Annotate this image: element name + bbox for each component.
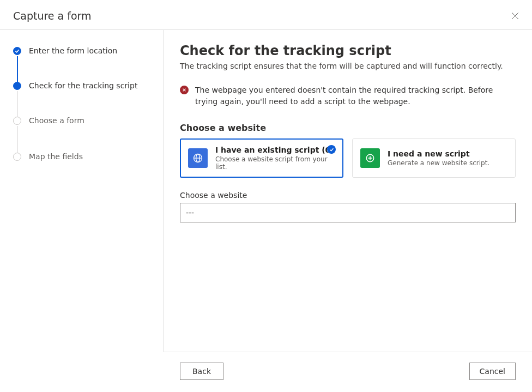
page-title: Check for the tracking script [180,43,516,58]
step-map-fields[interactable]: Map the fields [13,151,150,162]
step-label: Enter the form location [29,46,117,55]
selected-checkmark-icon [327,145,336,154]
script-option-cards: I have an existing script (0) Choose a w… [180,138,516,178]
step-label: Map the fields [29,152,83,161]
choose-website-heading: Choose a website [180,123,516,133]
back-button[interactable]: Back [180,363,223,380]
existing-script-card[interactable]: I have an existing script (0) Choose a w… [180,138,343,178]
website-select-value: --- [186,208,194,217]
step-label: Check for the tracking script [29,81,137,90]
step-sidebar: Enter the form location Check for the tr… [0,30,164,352]
checkmark-icon [13,47,21,55]
card-subtitle: Choose a website script from your list. [215,155,335,171]
website-select-label: Choose a website [180,191,516,200]
new-script-card[interactable]: I need a new script Generate a new websi… [352,138,516,178]
step-dot-icon [13,153,21,161]
card-title: I have an existing script (0) [215,146,335,154]
close-icon[interactable] [511,12,519,20]
dialog-body: Enter the form location Check for the tr… [0,30,532,352]
step-enter-location[interactable]: Enter the form location [13,46,150,81]
dialog-footer: Back Cancel [164,352,532,390]
error-alert: The webpage you entered doesn't contain … [180,85,516,107]
step-dot-icon [13,82,21,90]
plus-circle-icon [360,148,380,168]
error-text: The webpage you entered doesn't contain … [195,85,516,107]
page-description: The tracking script ensures that the for… [180,62,516,70]
card-subtitle: Generate a new website script. [388,159,507,167]
error-icon [180,86,189,94]
step-choose-form[interactable]: Choose a form [13,116,150,151]
main-panel: Check for the tracking script The tracki… [164,30,532,352]
website-select[interactable]: --- [180,203,516,222]
dialog-header: Capture a form [0,0,532,30]
cancel-button[interactable]: Cancel [469,363,516,380]
step-dot-icon [13,117,21,125]
card-title: I need a new script [388,149,507,158]
step-check-script[interactable]: Check for the tracking script [13,81,150,116]
globe-icon [188,148,208,168]
dialog-title: Capture a form [13,10,92,22]
step-label: Choose a form [29,116,84,125]
